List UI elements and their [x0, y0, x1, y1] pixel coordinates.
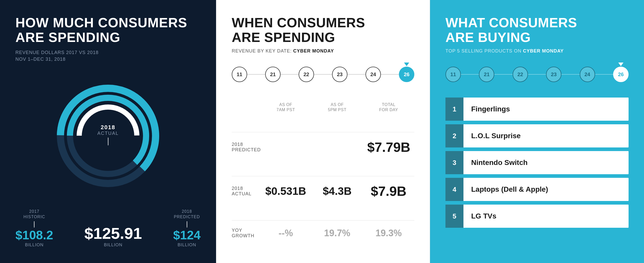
- left-subtitle: REVENUE DOLLARS 2017 VS 2018 NOV 1–DEC 3…: [15, 49, 201, 62]
- right-subtitle: TOP 5 SELLING PRODUCTS ON CYBER MONDAY: [445, 48, 629, 54]
- product-rank-3: 3: [445, 151, 463, 174]
- product-name-1: Fingerlings: [463, 105, 510, 113]
- right-timeline-node-11: 11: [445, 67, 461, 82]
- bottom-stats: 2017HISTORIC $108.2 BILLION $125.91 BILL…: [15, 209, 201, 253]
- timeline-node-23: 23: [332, 67, 347, 82]
- chart-center-label: 2018 ACTUAL: [97, 124, 119, 147]
- predicted-total: $7.79B: [363, 139, 414, 155]
- timeline-node-22: 22: [299, 67, 314, 82]
- actual-5pm: $4.3B: [311, 185, 363, 197]
- col-header-7am: AS OF7AM PST: [260, 102, 311, 113]
- timeline-line-3: [314, 74, 332, 75]
- right-timeline-node-26-active: 26: [613, 67, 629, 82]
- right-timeline-node-21: 21: [479, 67, 494, 82]
- timeline-line-1: [247, 74, 265, 75]
- product-name-3: Nintendo Switch: [463, 159, 527, 167]
- yoy-total: 19.3%: [363, 228, 414, 239]
- right-timeline-line-4: [561, 74, 579, 75]
- middle-title: WHEN CONSUMERSARE SPENDING: [232, 15, 414, 45]
- middle-data-table: AS OF7AM PST AS OF5PM PST TOTALFOR DAY 2…: [232, 92, 414, 253]
- product-rank-5: 5: [445, 205, 463, 228]
- product-rank-2: 2: [445, 124, 463, 147]
- timeline-line-2: [281, 74, 299, 75]
- stat-line-right: [187, 221, 187, 227]
- timeline-node-26-active: 26: [399, 67, 414, 82]
- right-timeline-line-3: [528, 74, 546, 75]
- row-2018-actual: 2018 ACTUAL $0.531B $4.3B $7.9B: [232, 176, 414, 206]
- stat-2017: 2017HISTORIC $108.2 BILLION: [15, 209, 53, 248]
- timeline-line-4: [347, 74, 365, 75]
- product-rank-4: 4: [445, 178, 463, 201]
- stat-line-left: [34, 221, 34, 227]
- middle-timeline: 11 21 22 23 24 26: [232, 67, 414, 82]
- right-timeline-node-23: 23: [546, 67, 561, 82]
- row-yoy: YOY GROWTH --% 19.7% 19.3%: [232, 220, 414, 246]
- right-timeline-line-1: [461, 74, 479, 75]
- col-header-total: TOTALFOR DAY: [363, 102, 414, 113]
- product-name-5: LG TVs: [463, 212, 496, 220]
- product-rank-1: 1: [445, 98, 463, 121]
- product-item-1: 1 Fingerlings: [445, 98, 629, 121]
- center-divider: [108, 137, 108, 145]
- right-panel: WHAT CONSUMERSARE BUYING TOP 5 SELLING P…: [430, 0, 644, 263]
- timeline-node-11: 11: [232, 67, 247, 82]
- timeline-node-24: 24: [365, 67, 381, 82]
- right-timeline-node-22: 22: [513, 67, 528, 82]
- product-list: 1 Fingerlings 2 L.O.L Surprise 3 Nintend…: [445, 98, 629, 228]
- product-name-4: Laptops (Dell & Apple): [463, 185, 548, 194]
- right-timeline-line-5: [595, 74, 613, 75]
- stat-2018-actual: $125.91 BILLION: [84, 225, 142, 248]
- product-item-3: 3 Nintendo Switch: [445, 151, 629, 174]
- right-title: WHAT CONSUMERSARE BUYING: [445, 15, 629, 45]
- table-header: AS OF7AM PST AS OF5PM PST TOTALFOR DAY: [232, 102, 414, 113]
- product-item-2: 2 L.O.L Surprise: [445, 124, 629, 147]
- donut-chart-area: 2018 ACTUAL: [15, 63, 201, 209]
- yoy-5pm: 19.7%: [311, 228, 363, 239]
- row-2018-predicted: 2018 PREDICTED $7.79B: [232, 132, 414, 162]
- right-timeline-line-2: [494, 74, 512, 75]
- product-item-5: 5 LG TVs: [445, 205, 629, 228]
- right-timeline-node-24: 24: [580, 67, 595, 82]
- product-name-2: L.O.L Surprise: [463, 132, 521, 140]
- left-panel: HOW MUCH CONSUMERSARE SPENDING REVENUE D…: [0, 0, 216, 263]
- col-header-5pm: AS OF5PM PST: [311, 102, 363, 113]
- timeline-node-21: 21: [265, 67, 281, 82]
- middle-panel: WHEN CONSUMERSARE SPENDING REVENUE BY KE…: [216, 0, 430, 263]
- actual-total: $7.9B: [363, 183, 414, 199]
- actual-7am: $0.531B: [260, 185, 311, 197]
- product-item-4: 4 Laptops (Dell & Apple): [445, 178, 629, 201]
- left-title: HOW MUCH CONSUMERSARE SPENDING: [15, 15, 201, 45]
- timeline-line-5: [381, 74, 399, 75]
- yoy-7am: --%: [260, 228, 311, 239]
- middle-subtitle: REVENUE BY KEY DATE: CYBER MONDAY: [232, 48, 414, 54]
- right-timeline: 11 21 22 23 24 26: [445, 67, 629, 82]
- stat-2018-predicted: 2018PREDICTED $124 BILLION: [173, 209, 201, 248]
